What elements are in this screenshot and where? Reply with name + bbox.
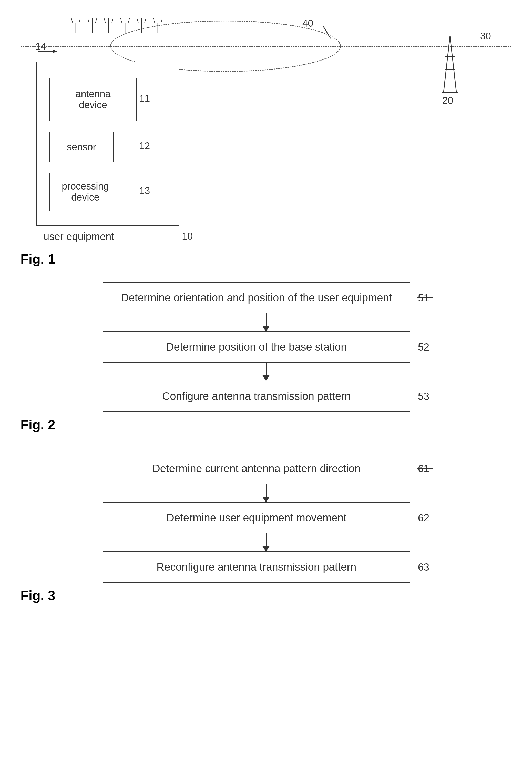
ref-30: 30: [480, 31, 491, 42]
fig1-diagram: 40 30 20 14: [21, 16, 511, 267]
ref13-line: [122, 189, 142, 194]
step-63-box: Reconfigure antenna transmission pattern: [103, 551, 410, 583]
antenna-5: [137, 16, 146, 34]
svg-line-15: [88, 18, 89, 23]
processing-device-box: processing device: [50, 173, 121, 211]
antenna-row: [71, 16, 162, 34]
arrow-line-2: [266, 362, 267, 375]
svg-line-26: [128, 18, 130, 23]
step-62-row: Determine user equipment movement 62: [21, 502, 511, 533]
arrow-51-52: [21, 313, 511, 331]
step51-refline: [417, 295, 438, 300]
svg-marker-1: [444, 36, 456, 92]
svg-line-30: [137, 18, 138, 23]
ref40-arrow: [315, 23, 336, 44]
fig1-label: Fig. 1: [21, 251, 55, 267]
fig3-label: Fig. 3: [21, 588, 511, 603]
arrow-line-4: [266, 533, 267, 546]
arrow-down-1: [262, 313, 270, 332]
ue-label: user equipment: [43, 231, 114, 242]
processing-device-label: processing device: [62, 181, 109, 203]
step-61-label: Determine current antenna pattern direct…: [152, 463, 360, 475]
arrow-head-2: [262, 375, 270, 381]
antenna-device-box: antenna device: [50, 78, 137, 121]
ref-40: 40: [302, 18, 313, 29]
arrow-62-63: [21, 533, 511, 551]
sensor-box: sensor: [50, 132, 114, 162]
svg-line-35: [153, 18, 155, 23]
step-62-label: Determine user equipment movement: [166, 512, 347, 524]
arrow-down-4: [262, 533, 270, 552]
step63-refline: [417, 564, 438, 569]
fig2-diagram: Determine orientation and position of th…: [21, 282, 511, 432]
arrow-head-3: [262, 497, 270, 502]
step-61-box: Determine current antenna pattern direct…: [103, 453, 410, 484]
antenna-6: [153, 16, 162, 34]
svg-line-0: [323, 26, 331, 38]
step-63-row: Reconfigure antenna transmission pattern…: [21, 551, 511, 583]
step-51-label: Determine orientation and position of th…: [121, 291, 392, 304]
ref-12: 12: [139, 141, 150, 151]
svg-line-31: [145, 18, 146, 23]
svg-line-36: [161, 18, 162, 23]
step-62-box: Determine user equipment movement: [103, 502, 410, 533]
step-51-box: Determine orientation and position of th…: [103, 282, 410, 313]
step-63-label: Reconfigure antenna transmission pattern: [156, 561, 356, 573]
ref11-line: [137, 98, 152, 103]
fig2-flow: Determine orientation and position of th…: [21, 282, 511, 412]
svg-line-20: [104, 18, 106, 23]
antenna-3: [104, 16, 113, 34]
step-51-row: Determine orientation and position of th…: [21, 282, 511, 313]
step52-refline: [417, 344, 438, 349]
arrow-head-1: [262, 326, 270, 332]
antenna-2: [88, 16, 97, 34]
arrow-line-1: [266, 313, 267, 326]
base-station: 30 20: [430, 31, 471, 104]
step-52-label: Determine position of the base station: [166, 341, 347, 353]
fig3-flow: Determine current antenna pattern direct…: [21, 453, 511, 583]
antenna-1: [71, 16, 81, 34]
step61-refline: [417, 466, 438, 471]
ref12-line: [114, 144, 140, 149]
step-53-label: Configure antenna transmission pattern: [162, 390, 351, 402]
fig2-label: Fig. 2: [21, 417, 511, 432]
svg-line-10: [71, 18, 73, 23]
ref10-line: [158, 235, 183, 240]
antenna-4: [120, 16, 130, 34]
step-53-box: Configure antenna transmission pattern: [103, 381, 410, 412]
fig3-diagram: Determine current antenna pattern direct…: [21, 453, 511, 603]
sensor-label: sensor: [67, 142, 96, 152]
step-52-row: Determine position of the base station 5…: [21, 331, 511, 363]
tower-svg: [430, 31, 471, 103]
ref14-arrow: [38, 46, 58, 56]
step-53-row: Configure antenna transmission pattern 5…: [21, 381, 511, 412]
svg-line-11: [79, 18, 81, 23]
arrow-down-2: [262, 362, 270, 381]
ue-outer-box: antenna device 11 sensor 12 processing d…: [36, 61, 179, 226]
svg-line-21: [112, 18, 113, 23]
svg-line-16: [95, 18, 97, 23]
step53-refline: [417, 394, 438, 399]
arrow-61-62: [21, 484, 511, 502]
step-61-row: Determine current antenna pattern direct…: [21, 453, 511, 484]
arrow-line-3: [266, 484, 267, 497]
step-52-box: Determine position of the base station: [103, 331, 410, 363]
ref-10: 10: [182, 231, 193, 242]
page: 40 30 20 14: [0, 0, 532, 784]
arrow-down-3: [262, 484, 270, 502]
antenna-device-label: antenna device: [75, 88, 111, 111]
svg-line-25: [120, 18, 122, 23]
step62-refline: [417, 515, 438, 520]
svg-marker-7: [53, 50, 57, 53]
arrow-52-53: [21, 363, 511, 381]
arrow-head-4: [262, 546, 270, 552]
ref-20: 20: [442, 95, 453, 106]
